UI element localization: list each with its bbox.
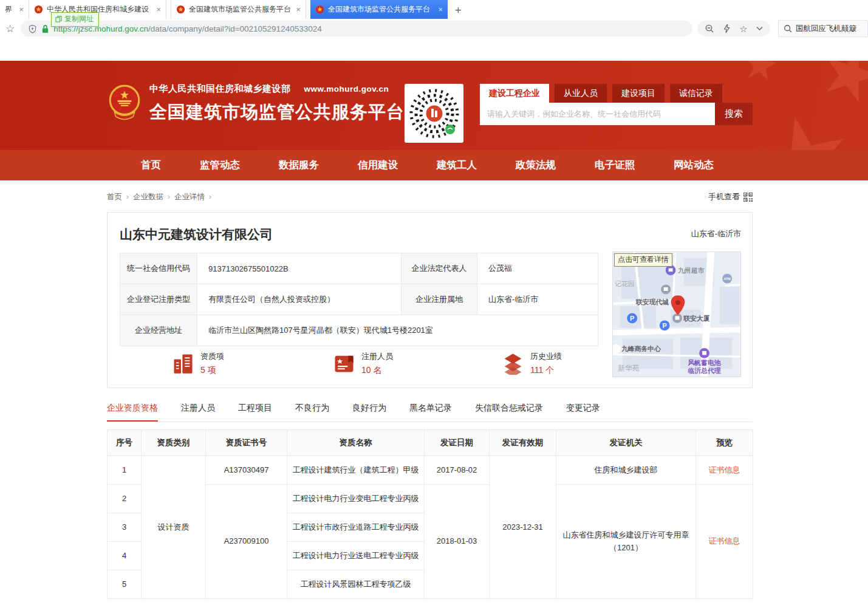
mobile-view-button[interactable]: 手机查看 xyxy=(708,191,753,202)
shield-plus-icon[interactable] xyxy=(28,24,37,33)
lightning-icon[interactable] xyxy=(723,24,731,33)
national-emblem-icon xyxy=(108,83,141,121)
row-no: 4 xyxy=(108,542,142,570)
quick-search-box[interactable]: 国航回应飞机颠簸 xyxy=(778,20,868,37)
credit-code-value: 91371302675501022B xyxy=(197,253,402,284)
new-tab-button[interactable]: ＋ xyxy=(448,0,468,19)
ministry-name: 中华人民共和国住房和城乡建设部 xyxy=(149,83,291,94)
close-icon[interactable]: × xyxy=(19,5,24,14)
browser-tab-active[interactable]: 全国建筑市场监管公共服务平台 × xyxy=(310,0,448,19)
col-header: 发证机关 xyxy=(556,430,696,456)
map-canvas: 九州超市 ATM 记花园 联安现代城 P P 联安大厦 xyxy=(613,252,740,377)
tab-good-behavior[interactable]: 良好行为 xyxy=(352,403,386,422)
row-no: 3 xyxy=(108,513,142,542)
site-banner: 中华人民共和国住房和城乡建设部www.mohurd.gov.cn 全国建筑市场监… xyxy=(0,61,868,150)
nav-item-home[interactable]: 首页 xyxy=(141,159,161,172)
tab-blacklist[interactable]: 黑名单记录 xyxy=(409,403,452,422)
map-label-battery1: 风帆蓄电池 xyxy=(687,359,721,366)
stat-history-performance[interactable]: 历史业绩 111 个 xyxy=(502,351,562,376)
col-header: 资质类别 xyxy=(142,430,206,456)
map-label-garden: 记花园 xyxy=(615,280,635,287)
quick-search-text: 国航回应飞机颠簸 xyxy=(796,24,856,34)
breadcrumb-separator: › xyxy=(168,193,170,201)
info-label: 统一社会信用代码 xyxy=(120,253,197,284)
breadcrumb-company-detail[interactable]: 企业详情 xyxy=(174,192,205,202)
business-address-value: 临沂市兰山区陶然路107号星河晶都（联安）现代城1号楼2201室 xyxy=(197,315,598,346)
breadcrumb-home[interactable]: 首页 xyxy=(107,192,122,202)
certificate-info-link[interactable]: 证书信息 xyxy=(709,536,740,545)
close-icon[interactable]: × xyxy=(156,5,161,14)
col-header: 资质证书号 xyxy=(206,430,287,456)
nav-item-e-license[interactable]: 电子证照 xyxy=(595,159,635,172)
registered-region-value: 山东省-临沂市 xyxy=(477,284,598,315)
stat-registered-personnel[interactable]: 注册人员 10 名 xyxy=(333,351,393,376)
company-summary-card: 山东中元建筑设计有限公司 山东省-临沂市 统一社会信用代码 9137130267… xyxy=(107,212,753,388)
tab-projects[interactable]: 工程项目 xyxy=(238,403,272,422)
map-label-atm: ATM xyxy=(724,277,731,281)
info-label: 企业注册属地 xyxy=(402,284,477,315)
info-label: 企业法定代表人 xyxy=(402,253,477,284)
qualification-table: 序号 资质类别 资质证书号 资质名称 发证日期 发证有效期 发证机关 预览 1 … xyxy=(107,429,753,599)
row-no: 2 xyxy=(108,485,142,513)
address-bar[interactable]: https://jzsc.mohurd.gov.cn/data/company/… xyxy=(21,21,692,36)
tab-change-records[interactable]: 变更记录 xyxy=(566,403,600,422)
row-no: 1 xyxy=(108,456,142,485)
emblem-favicon-icon xyxy=(315,5,324,14)
map-label-xinhua: 新华苑 xyxy=(618,364,640,372)
company-name: 山东中元建筑设计有限公司 xyxy=(120,226,740,243)
nav-item-policy[interactable]: 政策法规 xyxy=(516,159,556,172)
stat-qualifications[interactable]: 资质项 5 项 xyxy=(172,351,224,376)
search-tab-enterprise[interactable]: 建设工程企业 xyxy=(480,84,549,103)
chevron-down-icon[interactable] xyxy=(756,26,763,31)
tab-dishonesty-records[interactable]: 失信联合惩戒记录 xyxy=(475,403,543,422)
miniprogram-qr-code xyxy=(405,84,463,143)
bookmark-star-icon[interactable]: ☆ xyxy=(5,22,15,35)
building-icon xyxy=(172,352,194,375)
tab-bad-behavior[interactable]: 不良行为 xyxy=(295,403,329,422)
nav-item-site-news[interactable]: 网站动态 xyxy=(674,159,714,172)
site-logo[interactable]: 中华人民共和国住房和城乡建设部www.mohurd.gov.cn 全国建筑市场监… xyxy=(108,83,405,125)
search-tab-personnel[interactable]: 从业人员 xyxy=(555,84,607,103)
issue-date: 2018-01-03 xyxy=(425,485,490,599)
col-header: 预览 xyxy=(696,430,753,456)
flag-star-decoration xyxy=(814,61,868,111)
certificate-info-link[interactable]: 证书信息 xyxy=(709,465,740,474)
search-button[interactable]: 搜索 xyxy=(715,103,753,125)
company-info-table: 统一社会信用代码 91371302675501022B 企业法定代表人 公茂福 … xyxy=(120,253,598,346)
nav-item-supervision[interactable]: 监管动态 xyxy=(200,159,240,172)
close-icon[interactable]: × xyxy=(438,5,443,14)
close-icon[interactable]: × xyxy=(296,5,301,14)
nav-item-credit[interactable]: 信用建设 xyxy=(358,159,398,172)
lock-icon xyxy=(41,24,49,33)
breadcrumb: 首页 › 企业数据 › 企业详情 › 手机查看 xyxy=(107,191,753,203)
browser-tab-partial[interactable]: 界 × xyxy=(0,0,29,19)
col-header: 资质名称 xyxy=(287,430,425,456)
breadcrumb-separator: › xyxy=(126,193,129,201)
nav-item-workers[interactable]: 建筑工人 xyxy=(437,159,477,172)
parking-letter: P xyxy=(630,315,634,322)
certificate-icon xyxy=(333,352,355,375)
qualification-name: 工程设计电力行业变电工程专业丙级 xyxy=(287,485,425,513)
zoom-out-icon[interactable] xyxy=(705,24,714,33)
search-tab-project[interactable]: 建设项目 xyxy=(612,84,665,103)
browser-window: 界 × 中华人民共和国住房和城乡建设 × 全国建筑市场监管公共服务平台 × 全国… xyxy=(0,0,868,605)
qualification-name: 工程设计市政行业道路工程专业丙级 xyxy=(287,513,425,542)
layers-icon xyxy=(502,352,524,375)
info-label: 企业登记注册类型 xyxy=(120,284,197,315)
parking-letter: P xyxy=(663,322,667,329)
nav-item-data-service[interactable]: 数据服务 xyxy=(279,159,319,172)
search-tab-credit[interactable]: 诚信记录 xyxy=(670,84,722,103)
tab-qualifications[interactable]: 企业资质资格 xyxy=(107,403,158,422)
col-header: 发证日期 xyxy=(425,430,490,456)
qualification-category: 设计资质 xyxy=(142,456,206,599)
tab-registered-personnel[interactable]: 注册人员 xyxy=(181,403,215,422)
qualification-name: 工程设计电力行业送电工程专业丙级 xyxy=(287,542,425,570)
location-map[interactable]: 点击可查看详情 xyxy=(612,251,741,377)
breadcrumb-separator: › xyxy=(209,193,211,201)
keyword-search-input[interactable] xyxy=(480,103,715,125)
company-stats: 资质项 5 项 注册人员 10 名 历史业绩 111 个 xyxy=(120,351,598,376)
favorite-star-icon[interactable]: ☆ xyxy=(739,24,747,33)
qualification-name: 工程设计建筑行业（建筑工程）甲级 xyxy=(287,456,425,485)
browser-tab-jzsc[interactable]: 全国建筑市场监管公共服务平台 × xyxy=(171,0,306,19)
breadcrumb-company-data[interactable]: 企业数据 xyxy=(133,192,163,202)
